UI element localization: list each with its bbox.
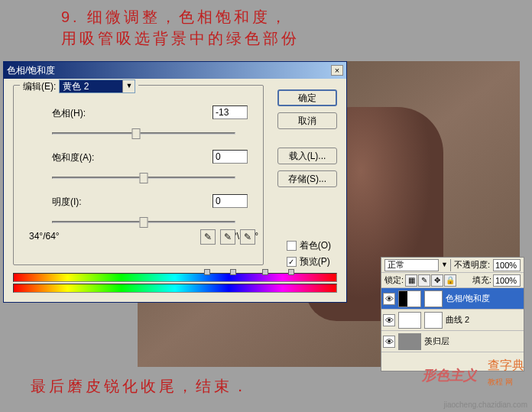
layer-name: 羡归层 [424, 336, 449, 347]
spectrum-bottom [13, 284, 337, 293]
lightness-slider[interactable] [52, 221, 235, 223]
instruction-text-bottom: 最后磨皮锐化收尾，结束． [31, 376, 251, 397]
hue-slider-thumb[interactable] [132, 128, 141, 139]
layer-row-curves2[interactable]: 👁 曲线 2 [381, 310, 524, 331]
chevron-down-icon[interactable]: ▼ [438, 259, 450, 271]
eyedropper-add-icon[interactable]: ✎ [220, 229, 235, 245]
instruction-text-top: 9. 细微调整，色相饱和度， 用吸管吸选背景中的绿色部份 [61, 6, 300, 49]
saturation-label: 饱和度(A): [52, 152, 94, 163]
colorize-checkbox[interactable] [287, 241, 297, 251]
fill-label: 填充: [472, 274, 491, 286]
layer-row-bg[interactable]: 👁 羡归层 [381, 331, 524, 352]
saturation-slider-thumb[interactable] [140, 173, 148, 183]
saturation-slider[interactable] [52, 177, 235, 179]
colorize-label: 着色(O) [300, 239, 331, 252]
lock-all-icon[interactable]: 🔒 [444, 274, 456, 287]
opacity-input[interactable]: 100% [493, 259, 521, 271]
hue-label: 色相(H): [52, 108, 86, 118]
range-left-value: 34°/64° [29, 231, 60, 242]
fill-input[interactable]: 100% [493, 274, 521, 287]
lightness-label: 明度(I): [52, 196, 82, 207]
layer-mask-thumbnail[interactable] [424, 290, 443, 307]
layer-mask-thumbnail[interactable] [424, 312, 443, 329]
lightness-input[interactable]: 0 [212, 194, 248, 208]
lock-transparency-icon[interactable]: ▦ [405, 274, 417, 287]
layer-thumbnail[interactable] [398, 333, 421, 350]
dialog-title: 色相/饱和度 [7, 64, 331, 77]
lock-paint-icon[interactable]: ✎ [418, 274, 430, 287]
ok-button[interactable]: 确定 [277, 89, 337, 106]
lock-label: 锁定: [384, 274, 404, 286]
spectrum-top[interactable] [13, 273, 337, 282]
preview-label: 预览(P) [300, 255, 330, 268]
eyedropper-icon[interactable]: ✎ [200, 229, 216, 245]
close-icon[interactable]: × [331, 65, 343, 76]
layer-thumbnail[interactable] [398, 312, 421, 329]
saturation-input[interactable]: 0 [212, 150, 248, 164]
layer-row-hue-saturation[interactable]: 👁 色相/饱和度 [381, 288, 524, 310]
dialog-titlebar[interactable]: 色相/饱和度 × [4, 62, 346, 79]
brand-logo-2: 查字典 教程 网 [488, 358, 524, 388]
save-button[interactable]: 存储(S)... [277, 170, 337, 187]
blend-mode-dropdown[interactable]: 正常 ▼ [384, 259, 451, 271]
lock-position-icon[interactable]: ✥ [431, 274, 443, 287]
brand-logo-1: 形色主义 [422, 366, 477, 384]
layer-name: 色相/饱和度 [446, 293, 490, 304]
edit-fieldset: 编辑(E): 黄色 2 ▼ 色相(H): -13 饱和度(A): 0 [13, 85, 264, 265]
layer-name: 曲线 2 [446, 314, 469, 326]
load-button[interactable]: 载入(L)... [277, 148, 337, 164]
edit-dropdown[interactable]: 黄色 2 ▼ [59, 79, 135, 93]
hue-slider[interactable] [52, 132, 235, 135]
visibility-icon[interactable]: 👁 [383, 293, 395, 305]
hue-saturation-dialog: 色相/饱和度 × 编辑(E): 黄色 2 ▼ 色相(H): -13 饱和度(A)… [3, 61, 347, 303]
visibility-icon[interactable]: 👁 [383, 336, 395, 348]
cancel-button[interactable]: 取消 [277, 112, 337, 129]
eyedropper-subtract-icon[interactable]: ✎ [240, 229, 255, 245]
preview-checkbox[interactable]: ✓ [287, 257, 297, 267]
layers-panel: 正常 ▼ 不透明度: 100% 锁定: ▦ ✎ ✥ 🔒 填充: 100% 👁 色… [381, 257, 524, 371]
chevron-down-icon[interactable]: ▼ [122, 80, 135, 92]
edit-label: 编辑(E): [23, 80, 56, 93]
visibility-icon[interactable]: 👁 [383, 314, 395, 326]
edit-dropdown-value: 黄色 2 [60, 80, 122, 92]
brand-url: jiaocheng.chazidian.com [443, 401, 527, 409]
lightness-slider-thumb[interactable] [140, 217, 148, 228]
hue-input[interactable]: -13 [212, 105, 248, 119]
opacity-label: 不透明度: [454, 259, 490, 271]
spectrum-bars [13, 273, 337, 296]
layer-thumbnail[interactable] [398, 290, 421, 307]
